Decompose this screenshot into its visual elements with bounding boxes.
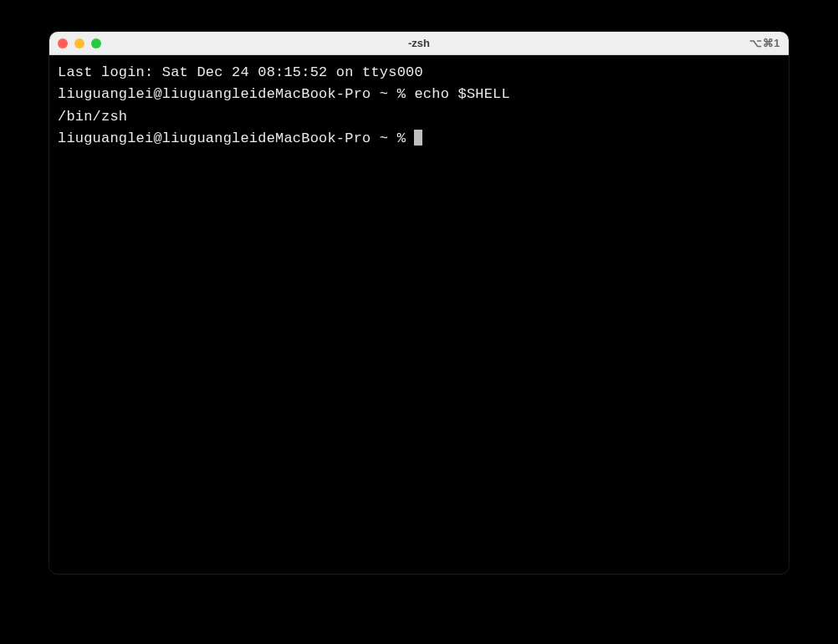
traffic-lights <box>58 38 101 49</box>
command-text: echo $SHELL <box>414 86 509 102</box>
maximize-button[interactable] <box>91 38 101 49</box>
terminal-window: -zsh ⌥⌘1 Last login: Sat Dec 24 08:15:52… <box>49 32 789 574</box>
terminal-body[interactable]: Last login: Sat Dec 24 08:15:52 on ttys0… <box>49 55 789 574</box>
terminal-line: Last login: Sat Dec 24 08:15:52 on ttys0… <box>58 62 780 84</box>
terminal-line: /bin/zsh <box>58 106 780 128</box>
prompt-text: liuguanglei@liuguangleideMacBook-Pro ~ % <box>58 86 414 102</box>
prompt-text: liuguanglei@liuguangleideMacBook-Pro ~ % <box>58 130 414 146</box>
titlebar[interactable]: -zsh ⌥⌘1 <box>49 32 789 55</box>
window-shortcut-label: ⌥⌘1 <box>749 37 780 49</box>
minimize-button[interactable] <box>74 38 84 49</box>
close-button[interactable] <box>58 38 68 49</box>
terminal-line: liuguanglei@liuguangleideMacBook-Pro ~ %… <box>58 84 780 105</box>
cursor-icon <box>414 130 422 146</box>
terminal-line: liuguanglei@liuguangleideMacBook-Pro ~ % <box>58 128 780 150</box>
window-title: -zsh <box>408 37 430 49</box>
